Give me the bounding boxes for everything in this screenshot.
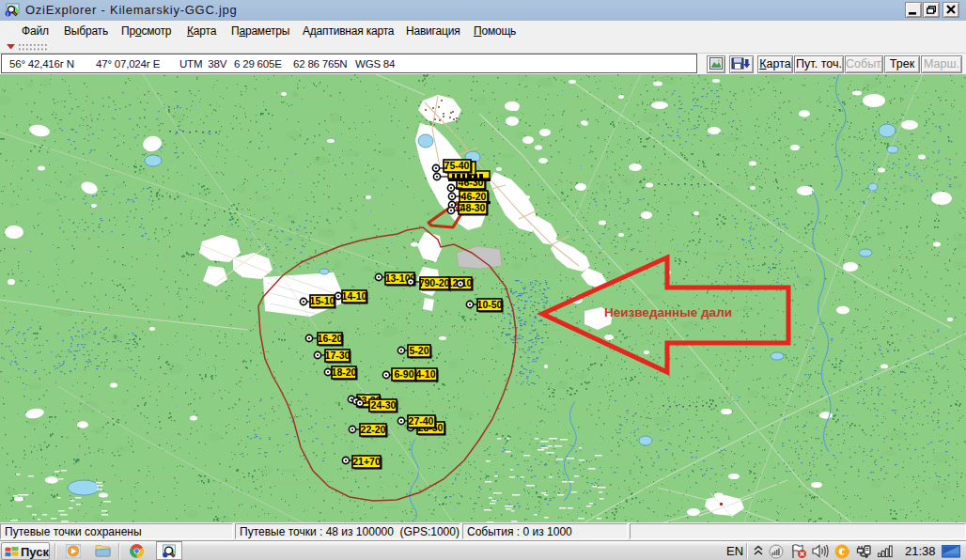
svg-text:27-40: 27-40 [409, 415, 434, 427]
svg-text:10-50: 10-50 [477, 299, 503, 310]
svg-text:5-20: 5-20 [409, 345, 428, 356]
svg-text:75-40: 75-40 [444, 160, 470, 171]
svg-text:48-30: 48-30 [460, 202, 486, 213]
svg-text:6-90: 6-90 [394, 368, 413, 380]
svg-text:17-30: 17-30 [325, 350, 351, 361]
svg-text:14-10: 14-10 [342, 290, 367, 302]
svg-text:790-20: 790-20 [419, 277, 450, 288]
svg-text:15-10: 15-10 [310, 295, 335, 306]
svg-text:16-20: 16-20 [318, 333, 343, 344]
svg-text:4-10: 4-10 [415, 368, 435, 380]
svg-text:24-30: 24-30 [371, 399, 397, 411]
svg-text:Неизведанные дали: Неизведанные дали [604, 305, 732, 319]
svg-text:18-20: 18-20 [332, 366, 357, 378]
svg-text:22-20: 22-20 [361, 424, 386, 435]
svg-text:21+70: 21+70 [352, 456, 381, 467]
svg-text:46-20: 46-20 [461, 191, 487, 202]
